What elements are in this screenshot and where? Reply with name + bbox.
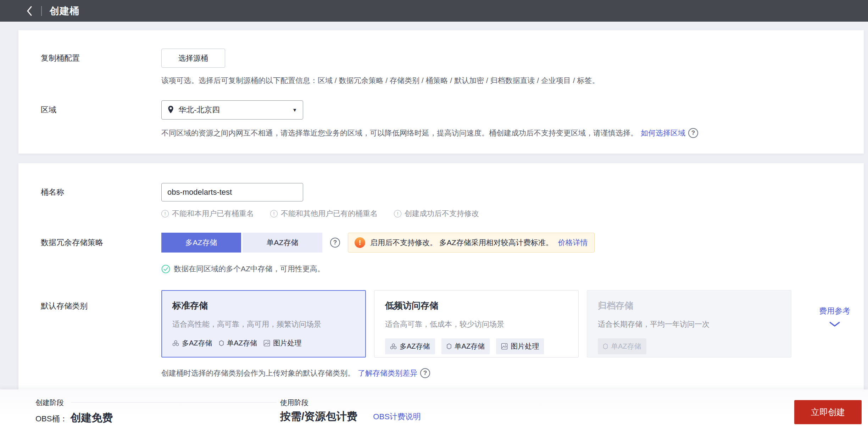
storage-card-desc: 适合长期存储，平均一年访问一次: [598, 319, 780, 329]
chevron-down-icon: [829, 321, 841, 327]
tag-label: 多AZ存储: [182, 338, 212, 348]
bucket-name-hints: ! 不能和本用户已有桶重名 ! 不能和其他用户已有的桶重名 ! 创建成功后不支持…: [161, 209, 864, 218]
fee-reference-label: 费用参考: [819, 306, 850, 315]
redundancy-label: 数据冗余存储策略: [41, 237, 161, 248]
tag-single-az: 单AZ存储: [598, 338, 646, 354]
tag-image-processing: 图片处理: [263, 338, 301, 348]
region-selected-value: 华北-北京四: [178, 105, 220, 115]
multi-az-option[interactable]: 多AZ存储: [161, 233, 241, 253]
tag-label: 图片处理: [511, 342, 539, 351]
image-icon: [501, 343, 508, 350]
bucket-name-input[interactable]: [161, 183, 303, 201]
hint-item: ! 不能和其他用户已有的桶重名: [270, 209, 378, 218]
tag-image-processing: 图片处理: [496, 338, 544, 354]
warning-text: 启用后不支持修改。 多AZ存储采用相对较高计费标准。: [370, 238, 553, 248]
help-icon[interactable]: ?: [688, 128, 698, 138]
storage-class-diff-link[interactable]: 了解存储类别差异: [358, 368, 417, 378]
chevron-left-icon: [26, 6, 33, 16]
storage-card-title: 低频访问存储: [385, 300, 568, 311]
storage-card-title: 标准存储: [172, 300, 355, 311]
storage-class-label: 默认存储类别: [41, 290, 161, 358]
caret-down-icon: ▼: [292, 107, 297, 113]
obs-billing-link[interactable]: OBS计费说明: [373, 411, 421, 422]
storage-card-desc: 适合高性能，高可靠，高可用，频繁访问场景: [172, 319, 355, 329]
storage-class-cards: 标准存储 适合高性能，高可靠，高可用，频繁访问场景 多AZ存储: [161, 290, 791, 358]
tag-multi-az: 多AZ存储: [172, 338, 212, 348]
storage-help-icon[interactable]: ?: [420, 368, 430, 378]
region-label: 区域: [41, 105, 161, 115]
info-icon: !: [161, 210, 169, 217]
create-now-button[interactable]: 立即创建: [794, 400, 862, 424]
bucket-name-label: 桶名称: [41, 187, 161, 198]
billing-footer: 创建阶段 使用阶段 OBS桶： 创建免费 按需/资源包计费 OBS计费说明 立即…: [0, 389, 868, 432]
hint-text: 不能和其他用户已有的桶重名: [281, 209, 378, 218]
single-az-icon: [446, 343, 452, 349]
header-divider: [41, 6, 42, 16]
redundancy-warning-banner: ! 启用后不支持修改。 多AZ存储采用相对较高计费标准。 价格详情: [348, 233, 595, 253]
region-help-link[interactable]: 如何选择区域: [641, 128, 685, 138]
price-details-link[interactable]: 价格详情: [558, 238, 588, 248]
use-phase-label: 使用阶段: [280, 398, 308, 408]
tag-label: 单AZ存储: [611, 342, 641, 351]
page-title: 创建桶: [50, 5, 79, 17]
copy-config-label: 复制桶配置: [41, 53, 161, 63]
info-icon: !: [394, 210, 401, 217]
redundancy-success-note: 数据在同区域的多个AZ中存储，可用性更高。: [174, 264, 325, 274]
multi-az-icon: [390, 343, 397, 350]
warning-icon: !: [355, 237, 365, 248]
hint-item: ! 不能和本用户已有桶重名: [161, 209, 254, 218]
single-az-icon: [603, 343, 608, 349]
hint-text: 创建成功后不支持修改: [405, 209, 479, 218]
select-source-bucket-button[interactable]: 选择源桶: [161, 49, 225, 68]
image-icon: [263, 340, 270, 347]
redundancy-help-icon[interactable]: ?: [330, 238, 340, 248]
storage-card-desc: 适合高可靠，低成本，较少访问场景: [385, 319, 568, 329]
redundancy-toggle: 多AZ存储 单AZ存储: [161, 233, 322, 253]
tag-label: 多AZ存储: [400, 342, 430, 351]
obs-bucket-label: OBS桶：: [35, 414, 67, 424]
tag-label: 图片处理: [273, 338, 301, 348]
info-icon: !: [270, 210, 278, 217]
tag-single-az: 单AZ存储: [441, 338, 490, 354]
success-check-icon: [161, 265, 170, 273]
page-header: 创建桶: [0, 0, 868, 22]
tag-label: 单AZ存储: [227, 338, 257, 348]
storage-card-standard[interactable]: 标准存储 适合高性能，高可靠，高可用，频繁访问场景 多AZ存储: [161, 290, 366, 358]
storage-card-archive: 归档存储 适合长期存储，平均一年访问一次 单AZ存储: [587, 290, 791, 358]
bucket-settings-card: 桶名称 ! 不能和本用户已有桶重名 ! 不能和其他用户已有的桶重名 ! 创建成功…: [18, 163, 864, 392]
storage-card-title: 归档存储: [598, 300, 780, 311]
region-description: 不同区域的资源之间内网互不相通，请选择靠近您业务的区域，可以降低网络时延，提高访…: [161, 128, 638, 138]
tag-label: 单AZ存储: [455, 342, 485, 351]
back-button[interactable]: [24, 6, 35, 16]
hint-text: 不能和本用户已有桶重名: [172, 209, 254, 218]
tag-multi-az: 多AZ存储: [385, 338, 435, 354]
billing-mode-text: 按需/资源包计费: [280, 409, 357, 424]
storage-card-infrequent[interactable]: 低频访问存储 适合高可靠，低成本，较少访问场景 多AZ存储: [374, 290, 579, 358]
create-free-text: 创建免费: [70, 411, 113, 425]
hint-item: ! 创建成功后不支持修改: [394, 209, 479, 218]
multi-az-icon: [172, 340, 179, 347]
copy-config-card: 复制桶配置 选择源桶 该项可选。选择后可复制源桶的以下配置信息：区域 / 数据冗…: [18, 30, 864, 154]
region-select[interactable]: 华北-北京四 ▼: [161, 100, 303, 120]
fee-reference-link[interactable]: 费用参考: [807, 290, 862, 358]
location-pin-icon: [167, 106, 174, 114]
storage-class-footnote: 创建桶时选择的存储类别会作为上传对象的默认存储类别。: [161, 368, 355, 378]
single-az-icon: [219, 340, 224, 346]
phase-divider-line: [71, 402, 277, 403]
tag-single-az: 单AZ存储: [219, 338, 257, 348]
create-phase-label: 创建阶段: [35, 398, 64, 408]
copy-config-description: 该项可选。选择后可复制源桶的以下配置信息：区域 / 数据冗余策略 / 存储类别 …: [161, 76, 600, 85]
single-az-option[interactable]: 单AZ存储: [243, 233, 322, 253]
